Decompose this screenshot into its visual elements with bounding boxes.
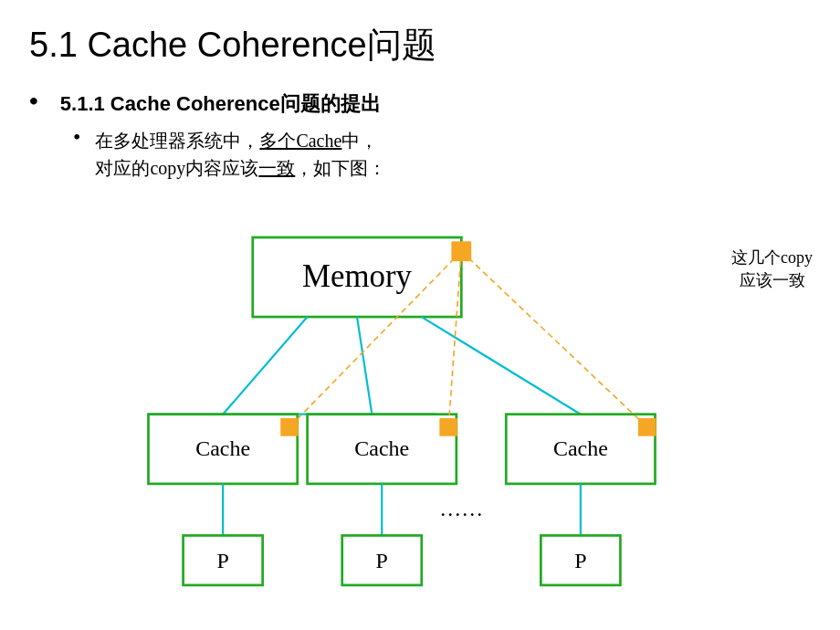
line2-underline: 一致 (258, 158, 295, 178)
dashed-mem-cache3 (461, 251, 647, 427)
bullet-dot-2: • (73, 125, 80, 150)
line1-pre: 在多处理器系统中， (95, 131, 259, 151)
line-memory-cache3 (422, 317, 581, 415)
p3-label: P (574, 549, 586, 572)
cache1-orange (280, 418, 299, 436)
p1-label: P (216, 549, 228, 572)
p2-label: P (376, 549, 388, 572)
diagram-svg: Memory Cache Cache Cach (73, 237, 730, 575)
cache3-label: Cache (553, 436, 608, 460)
line-memory-cache2 (357, 317, 372, 415)
line2-pre: 对应的copy内容应该 (95, 158, 258, 178)
cache1-label: Cache (195, 436, 250, 460)
line-memory-cache1 (223, 317, 308, 415)
bullet2-text: 在多处理器系统中，多个Cache中， 对应的copy内容应该一致，如下图： (95, 127, 386, 182)
annotation-line2: 应该一致 (740, 271, 805, 289)
memory-orange-square (451, 241, 471, 261)
memory-label: Memory (302, 258, 412, 294)
cache2-label: Cache (354, 436, 409, 460)
bullet-level2: • 在多处理器系统中，多个Cache中， 对应的copy内容应该一致，如下图： (73, 127, 811, 182)
line1-mid: 中， (341, 131, 378, 151)
cache3-orange (638, 418, 656, 436)
ellipsis-text: …… (439, 497, 483, 520)
line1-underline: 多个Cache (259, 131, 341, 151)
annotation-line1: 这几个copy (731, 248, 813, 267)
bullet-dot-1: • (29, 87, 38, 116)
bullet-level1: • 5.1.1 Cache Coherence问题的提出 (29, 90, 811, 118)
slide-page: 5.1 Cache Coherence问题 • 5.1.1 Cache Cohe… (0, 0, 840, 630)
main-title: 5.1 Cache Coherence问题 (29, 22, 811, 68)
diagram-area: Memory Cache Cache Cach (73, 237, 730, 575)
line2-post: ，如下图： (295, 158, 386, 178)
bullet1-label: 5.1.1 Cache Coherence问题的提出 (60, 90, 381, 118)
annotation: 这几个copy 应该一致 (731, 247, 813, 292)
